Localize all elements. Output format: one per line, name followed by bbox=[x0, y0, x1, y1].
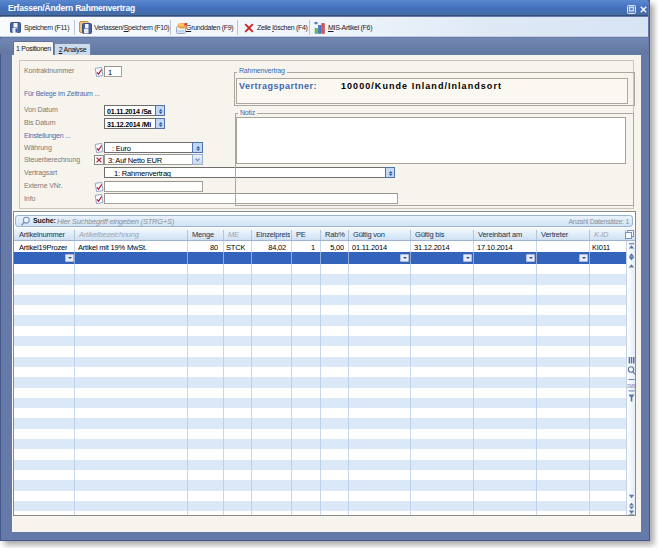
svg-text:DMS: DMS bbox=[627, 384, 635, 389]
